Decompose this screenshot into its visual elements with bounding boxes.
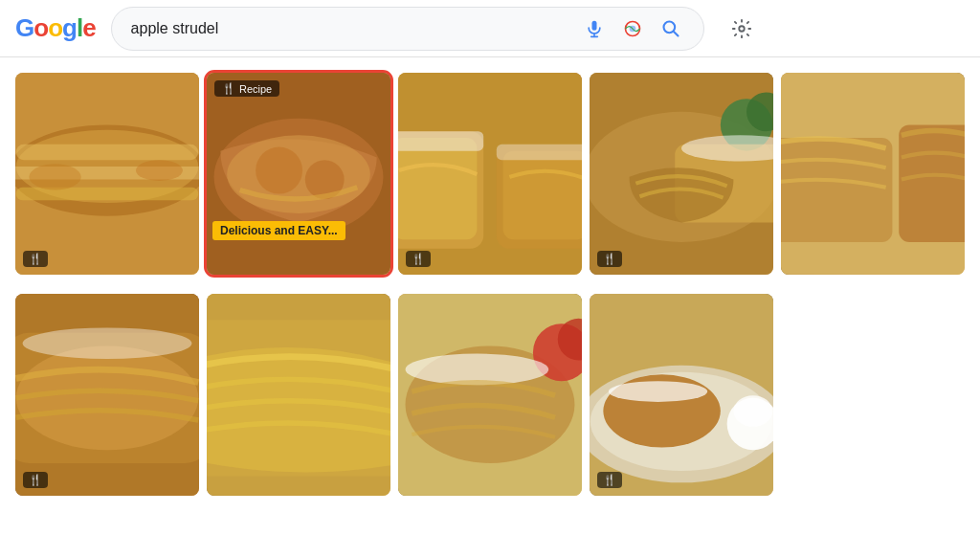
logo-letter-g: G	[15, 13, 33, 43]
search-button[interactable]	[657, 15, 684, 42]
recipe-text-2: Recipe	[239, 83, 272, 95]
svg-point-40	[23, 327, 192, 359]
svg-point-14	[29, 164, 80, 189]
recipe-badge-2: 🍴 Recipe	[214, 80, 279, 97]
card-image-7	[207, 294, 390, 496]
search-input[interactable]: apple strudel	[131, 20, 581, 37]
logo-letter-o1: o	[33, 13, 48, 43]
card-image-9	[590, 294, 773, 496]
food-badge-1: 🍴	[23, 251, 48, 267]
card-image-8	[398, 294, 582, 496]
recipe-icon-2: 🍴	[222, 82, 235, 95]
food-badge-9: 🍴	[597, 472, 622, 488]
svg-rect-13	[16, 188, 199, 201]
search-bar[interactable]: apple strudel	[111, 7, 704, 51]
image-card-2[interactable]: 🍴 Recipe Delicious and EASY... ➜ ♥ Cooki…	[207, 73, 390, 275]
food-icon-6: 🍴	[29, 474, 42, 486]
image-grid-row2: 🍴 The Great British Bake Off Apple Strud…	[15, 286, 965, 503]
search-icon-group	[581, 15, 684, 42]
logo-letter-g2: g	[62, 13, 77, 43]
image-card-4[interactable]: 🍴 House of Nash Eats Authentic German Ap…	[590, 73, 773, 275]
image-card-5[interactable]: ♥ Persnickety Plates Easy Apple Strudel …	[781, 73, 965, 275]
svg-rect-25	[503, 151, 582, 240]
svg-rect-35	[781, 138, 892, 242]
settings-icon	[731, 18, 752, 39]
card-image-1	[15, 73, 199, 275]
settings-button[interactable]	[727, 14, 756, 43]
header: Google apple strudel	[0, 0, 980, 57]
lens-icon	[623, 19, 642, 38]
svg-rect-36	[899, 124, 965, 241]
card-image-6	[15, 294, 199, 496]
card-image-4	[590, 73, 773, 275]
google-logo[interactable]: Google	[15, 13, 96, 43]
logo-letter-e: e	[82, 13, 95, 43]
image-card-1[interactable]: 🍴 Allrecipes Easy Apple Strudel Recipe	[15, 73, 199, 275]
card-image-3	[398, 73, 582, 275]
svg-point-54	[733, 395, 772, 427]
svg-rect-11	[16, 145, 199, 160]
svg-line-6	[674, 31, 679, 35]
main-content: 🍴 Allrecipes Easy Apple Strudel Recipe	[0, 57, 980, 511]
logo-letter-o2: o	[48, 13, 62, 43]
image-card-6[interactable]: 🍴 The Great British Bake Off Apple Strud…	[15, 294, 199, 496]
svg-point-19	[256, 147, 302, 194]
highlight-label-2: Delicious and EASY...	[212, 221, 345, 240]
food-icon-9: 🍴	[603, 474, 616, 486]
food-badge-4: 🍴	[597, 251, 622, 267]
search-icon	[661, 19, 680, 38]
image-card-8[interactable]: ♥ Plated Cravings Apple Strudel Recipe {…	[398, 294, 582, 496]
image-card-7[interactable]: Small Town Woman Easy Apple Strudel Reci…	[207, 294, 390, 496]
lens-button[interactable]	[619, 15, 646, 42]
svg-rect-24	[398, 138, 477, 239]
card-image-5	[781, 73, 965, 275]
image-card-3[interactable]: 🍴 Once Upon a Chef Apple Strudel - Onc..…	[398, 73, 582, 275]
food-badge-3: 🍴	[406, 251, 431, 267]
image-grid-row1: 🍴 Allrecipes Easy Apple Strudel Recipe	[15, 65, 965, 282]
svg-rect-27	[497, 145, 582, 160]
svg-rect-26	[398, 131, 483, 150]
image-card-9[interactable]: 🍴 ❧ Epicurious Apple Strudels Recipe | E…	[590, 294, 773, 496]
card-image-2	[207, 73, 390, 275]
food-icon-3: 🍴	[412, 253, 425, 265]
mic-button[interactable]	[581, 15, 608, 42]
svg-rect-0	[591, 20, 596, 30]
mic-icon	[585, 19, 604, 38]
svg-point-7	[739, 26, 745, 32]
food-badge-6: 🍴	[23, 472, 48, 488]
food-icon-1: 🍴	[29, 253, 42, 265]
food-icon-4: 🍴	[603, 253, 616, 265]
svg-point-15	[136, 160, 183, 181]
svg-point-52	[609, 381, 707, 402]
